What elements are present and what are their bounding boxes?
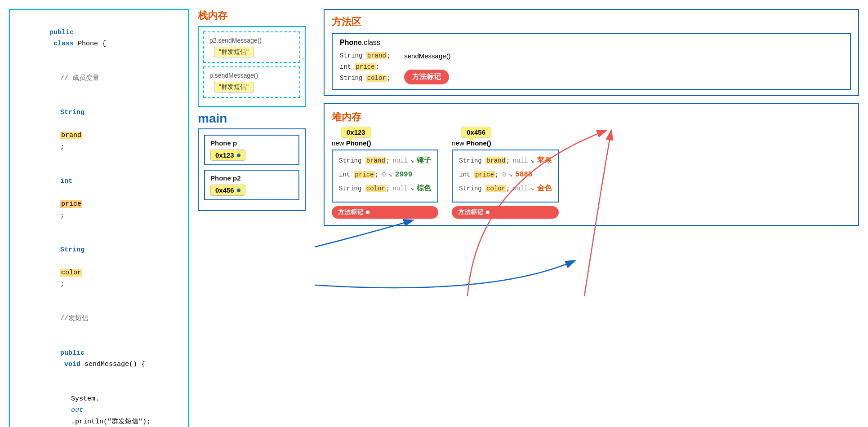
comment-send: //发短信	[60, 315, 89, 322]
heap-inner: 0x123 new Phone() String brand; null ↘ 锤…	[332, 130, 851, 219]
keyword-class: class Phone {	[49, 40, 106, 48]
heap-obj2-box: String brand; null ↘ 苹果 int price; 0 ↘ 5…	[452, 150, 558, 202]
system-text: System.	[71, 395, 99, 403]
brand-space	[60, 120, 64, 128]
new-label-2: new	[452, 139, 466, 147]
field-list: String brand; int price; String color;	[340, 50, 391, 84]
code-comment-1: // 成员变量	[17, 61, 181, 96]
p2-sendmsg-label: p2.sendMessage()	[209, 37, 294, 44]
out-text: out	[71, 406, 83, 414]
var-box-p2: Phone p2 0x456	[204, 170, 299, 200]
heap-obj2-color-row: String color; null ↘ 金色	[459, 183, 551, 195]
method-badge-text-2: 方法标记	[458, 208, 483, 216]
p-sendmsg-label: p.sendMessage()	[209, 72, 294, 79]
heap-obj-2: 0x456 new Phone() String brand; null ↘ 苹…	[452, 130, 558, 219]
method-area-title: 方法区	[332, 15, 851, 29]
arrow-right-4: ↘	[530, 156, 534, 167]
arrow-right-1: ↘	[410, 156, 414, 167]
phone-class-content: Phone.class String brand; int price; Str…	[340, 39, 391, 84]
p2-string-badge: "群发短信"	[214, 47, 254, 57]
method-badge-dot-1	[366, 211, 369, 214]
code-color-line: String color ;	[17, 233, 181, 302]
color-space	[60, 258, 64, 265]
println-text: .println("群发短信");	[71, 418, 151, 426]
method-badge-text-1: 方法标记	[338, 208, 363, 216]
stack-frame-p2-sendmsg: p2.sendMessage() "群发短信"	[203, 31, 300, 63]
heap-obj1-color-row: String color; null ↘ 棕色	[339, 183, 431, 195]
addr-bubble-2: 0x456	[461, 127, 491, 138]
phone-class-title: Phone.class	[340, 39, 391, 47]
addr-bubble-1: 0x123	[341, 127, 371, 138]
void-kw: void sendMessage() {	[60, 361, 145, 368]
heap-obj1-brand-row: String brand; null ↘ 锤子	[339, 155, 431, 167]
addr-badge-p: 0x123	[210, 150, 245, 161]
brand-var: brand	[60, 132, 82, 139]
stack-outer-box: p2.sendMessage() "群发短信" p.sendMessage() …	[198, 26, 306, 107]
addr-badge-p2: 0x456	[210, 185, 245, 196]
heap-area: 堆内存 0x123 new Phone() String brand; null	[324, 103, 859, 226]
heap-obj2-brand-row: String brand; null ↘ 苹果	[459, 155, 551, 167]
obj1-brand-val: 锤子	[417, 155, 431, 167]
brand-semi: ;	[60, 143, 64, 151]
class-suffix: .class	[362, 39, 380, 46]
var-box-p: Phone p 0x123	[204, 135, 299, 165]
field-brand: String brand;	[340, 50, 391, 62]
method-area: 方法区 Phone.class String brand; int price;	[324, 9, 859, 96]
method-badge-dot-2	[486, 211, 490, 214]
code-comment-2: //发短信	[17, 302, 181, 336]
new-label-1: new	[332, 139, 346, 147]
code-brand-line: String brand ;	[17, 96, 181, 164]
main-label: main	[198, 111, 227, 126]
heap-title: 堆内存	[332, 110, 851, 124]
phone-class-box: Phone.class String brand; int price; Str…	[332, 33, 851, 90]
price-space	[60, 189, 64, 197]
obj1-price-label: int price;	[339, 170, 379, 180]
code-method-decl: public void sendMessage() {	[17, 336, 181, 382]
phone-bold: Phone	[340, 39, 362, 46]
obj1-brand-null: null	[392, 156, 408, 167]
heap-obj-1: 0x123 new Phone() String brand; null ↘ 锤…	[332, 130, 438, 219]
obj1-price-null: 0	[382, 170, 386, 180]
heap-obj2-wrapper: 0x456 new Phone() String brand; null ↘ 苹…	[452, 139, 558, 219]
field-price: int price;	[340, 62, 391, 73]
obj1-brand-label: String brand;	[339, 156, 390, 167]
obj2-price-null: 0	[502, 170, 506, 180]
obj2-brand-label: String brand;	[459, 156, 510, 167]
string-type-2: String	[60, 246, 85, 254]
heap-obj1-price-row: int price; 0 ↘ 2999	[339, 169, 431, 181]
brand-hl: brand	[366, 52, 387, 59]
heap-obj1-wrapper: 0x123 new Phone() String brand; null ↘ 锤…	[332, 139, 438, 219]
var-p-title: Phone p	[210, 139, 293, 147]
obj1-color-label: String color;	[339, 184, 390, 194]
main-layout: public class Phone { // 成员变量 String bran…	[9, 9, 859, 427]
heap-obj1-box: String brand; null ↘ 锤子 int price; 0 ↘ 2…	[332, 150, 438, 202]
color-semi: ;	[60, 281, 64, 288]
stack-frame-p-sendmsg: p.sendMessage() "群发短信"	[203, 66, 300, 98]
arrow-right-3: ↘	[410, 184, 414, 194]
method-badge-area: 方法标记	[404, 70, 449, 84]
p-string-badge: "群发短信"	[214, 82, 254, 92]
code-panel: public class Phone { // 成员变量 String bran…	[9, 9, 189, 427]
arrow-right-6: ↘	[530, 184, 534, 194]
price-semi: ;	[60, 212, 64, 220]
obj2-price-label: int price;	[459, 170, 499, 180]
arrow-right-5: ↘	[509, 170, 512, 180]
obj2-brand-val: 苹果	[537, 155, 552, 167]
addr-p2-dot	[237, 189, 240, 192]
p2-string-val: "群发短信"	[209, 47, 294, 57]
stack-title: 栈内存	[198, 9, 227, 22]
price-var: price	[60, 200, 82, 208]
color-var: color	[60, 269, 82, 277]
addr-p-dot	[237, 154, 240, 157]
obj1-price-val: 2999	[395, 169, 412, 181]
keyword-public: public	[49, 29, 74, 36]
arrow-right-2: ↘	[388, 170, 392, 180]
addr-p2-text: 0x456	[215, 186, 234, 194]
obj2-brand-null: null	[513, 156, 528, 167]
method-badge-heap-2: 方法标记	[452, 206, 558, 219]
obj1-color-null: null	[392, 184, 408, 194]
send-method-label: sendMessage()	[404, 52, 450, 60]
obj2-color-val: 金色	[537, 183, 552, 195]
field-color: String color;	[340, 73, 391, 84]
obj2-color-label: String color;	[459, 184, 510, 194]
